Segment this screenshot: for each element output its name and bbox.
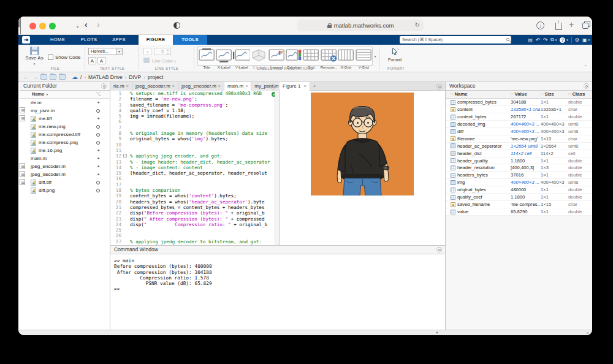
line-color-button[interactable]: Line Color ▾ <box>143 58 176 64</box>
code-area[interactable]: 1% setups: me.tiff is uncompressed 400x4… <box>110 91 279 245</box>
file-row[interactable]: rle.m+ <box>20 99 110 107</box>
colorbar-button[interactable]: Colorbar <box>285 47 302 65</box>
new-folder-icon[interactable] <box>40 74 47 80</box>
workspace-row[interactable]: header_resolution[400,400,3]1×3double <box>446 164 592 172</box>
workspace-row[interactable]: asaved_filename'me-compres...1×15char <box>446 201 592 208</box>
file-row[interactable]: me-new.png <box>20 123 110 131</box>
reload-icon[interactable]: ↻ <box>415 21 420 28</box>
panel-gear-icon[interactable] <box>101 83 107 89</box>
title-button[interactable]: Title <box>198 47 215 65</box>
editor-tab-rle-m[interactable]: rle.m× <box>110 82 132 91</box>
upload-folder-icon[interactable] <box>50 74 56 80</box>
search-input[interactable]: Search (⌘⇧Space) <box>400 36 511 44</box>
print-caret-icon[interactable]: ▾ <box>555 38 557 42</box>
workspace-column-size[interactable]: ∷Size <box>541 91 554 98</box>
file-row[interactable]: me.tiff+ <box>20 115 110 123</box>
workspace-row[interactable]: original_bytes4800001×1double <box>446 186 592 194</box>
zoom-window-button[interactable] <box>49 23 56 29</box>
workspace-row[interactable]: headers_bytes370161×1double <box>446 172 592 179</box>
workspace-row[interactable]: header_ac_seperator1×2664 uint81×2664uin… <box>446 143 592 150</box>
breadcrumb-item-matlab-drive[interactable]: MATLAB Drive <box>88 74 123 80</box>
workspace-row[interactable]: compressed_bytes3041881×1double <box>446 99 592 106</box>
workspace-row[interactable]: header_quality1.18001×1double <box>446 157 592 165</box>
new-tab-icon[interactable]: + <box>569 21 574 28</box>
show-code-checkbox[interactable]: Show Code <box>48 55 80 60</box>
downloads-icon[interactable]: ↓ <box>536 21 544 29</box>
expand-panel-icon[interactable]: ⇥ <box>585 330 588 335</box>
name-column-header[interactable]: Name <box>32 91 44 97</box>
current-folder-columns[interactable]: Name ▼ ⌥ <box>20 91 110 99</box>
close-icon[interactable]: × <box>245 84 248 88</box>
x-label-button[interactable]: X-Label <box>215 47 232 65</box>
file-row[interactable]: diff.tiff <box>20 178 110 186</box>
close-icon[interactable]: × <box>304 84 306 88</box>
font-color-button[interactable]: A <box>88 57 96 64</box>
toolstrip-tab-tools[interactable]: TOOLS <box>173 35 207 45</box>
remove--button[interactable]: Remove... <box>320 47 338 65</box>
close-window-button[interactable] <box>29 23 36 29</box>
workspace-columns[interactable]: ∷Name∷Value∷Size∷Class <box>446 91 592 99</box>
sidebar-toggle-icon[interactable] <box>18 17 20 28</box>
editor-tab-jpeg_encoder-m[interactable]: jpeg_encoder.m× <box>178 82 224 91</box>
command-window-output[interactable]: >> main Before compression (bytes): 4800… <box>110 254 445 292</box>
workspace-row[interactable]: content_bytes2671721×1double <box>446 113 592 121</box>
editor-scrollbar[interactable] <box>275 91 279 245</box>
font-select-caret-icon[interactable]: ▼ <box>116 48 122 55</box>
workspace-row[interactable]: afilename'me-new.png'1×10char <box>446 135 592 143</box>
panel-gear-icon[interactable] <box>270 84 276 89</box>
format-button[interactable]: Format <box>384 47 406 63</box>
settings-gear-icon[interactable]: ⚙ <box>575 37 579 43</box>
close-icon[interactable]: × <box>172 84 175 88</box>
git-status-column-icon[interactable]: ⌥ <box>96 91 101 98</box>
history-forward-icon[interactable]: → <box>32 74 38 80</box>
undo-icon[interactable]: ↶ <box>536 37 540 43</box>
panel-gear-icon[interactable] <box>436 84 442 89</box>
toolstrip-tab-home[interactable]: HOME <box>43 35 72 45</box>
file-row[interactable]: my_psnr.m <box>20 107 110 115</box>
tab-figure-1[interactable]: Figure 1 × <box>280 82 310 91</box>
help-icon[interactable]: ? <box>560 37 565 43</box>
workspace-column-class[interactable]: ∷Class <box>568 91 585 98</box>
help-caret-icon[interactable]: ▾ <box>566 38 568 42</box>
history-back-icon[interactable]: ← <box>23 74 29 80</box>
labels-caret-icon[interactable]: ▾ <box>375 55 376 58</box>
tab-overview-icon[interactable] <box>582 23 588 29</box>
editor-tab-jpeg_decoder-m[interactable]: jpeg_decoder.m× <box>132 82 178 91</box>
file-row[interactable]: me-compressed.tiff <box>20 131 110 138</box>
workspace-row[interactable]: header_dict114×2 cell114×2cell <box>446 150 592 157</box>
breadcrumb-item-divp[interactable]: DIVP <box>129 74 141 80</box>
workspace-row[interactable]: img400×400×3 ...400×400×3uint8 <box>446 179 592 186</box>
workspace-row[interactable]: diff400×400×3 ...400×400×3uint8 <box>446 128 592 135</box>
toolstrip-tab-figure[interactable]: FIGURE <box>139 35 173 45</box>
save-as-button[interactable]: Save As ▾ <box>25 47 44 66</box>
minimize-window-button[interactable] <box>39 23 46 29</box>
file-row[interactable]: me-compress.png <box>20 138 110 146</box>
address-bar[interactable]: matlab.mathworks.com ↻ <box>297 20 424 31</box>
editor-tab-main-m[interactable]: main.m× <box>224 82 251 91</box>
print-icon[interactable]: ⧉ <box>550 37 554 43</box>
font-select[interactable]: Helveti... ▼ <box>88 48 123 55</box>
workspace-row[interactable]: quality_coef1.18001×1double <box>446 194 592 201</box>
forward-button[interactable]: › <box>97 21 100 28</box>
collapse-toolstrip-icon[interactable]: ⌃ <box>584 64 587 69</box>
workspace-row[interactable]: acontent133586×1 char133586×1char <box>446 106 592 113</box>
panel-gear-icon[interactable] <box>584 83 589 89</box>
user-caret-icon[interactable]: ▾ <box>588 38 590 42</box>
sidebar-chevron-icon[interactable]: ▾ <box>77 23 78 31</box>
line-style-icon[interactable]: ≡ <box>143 48 151 55</box>
share-icon[interactable] <box>555 23 562 30</box>
breadcrumb-item-project[interactable]: project <box>148 74 164 80</box>
save-icon[interactable]: ▤ <box>528 37 533 43</box>
checkbox-icon[interactable] <box>48 55 53 60</box>
file-row[interactable]: jpeg_encoder.m+ <box>20 162 110 170</box>
workspace-row[interactable]: value65.82901×1double <box>446 208 592 216</box>
y-label-button[interactable]: Y-Label <box>233 47 250 65</box>
panel-gear-icon[interactable] <box>436 247 442 252</box>
close-icon[interactable]: × <box>126 84 129 88</box>
workspace-row[interactable]: decoded_img400×400×3 ...400×400×3uint8 <box>446 121 592 128</box>
matlab-app-icon[interactable]: ⇥ <box>22 36 30 44</box>
redo-icon[interactable]: ↷ <box>543 37 547 43</box>
workspace-column-value[interactable]: ∷Value <box>511 91 527 98</box>
toolstrip-tab-plots[interactable]: PLOTS <box>75 35 103 45</box>
y-grid-button[interactable]: Y-Grid <box>355 47 372 65</box>
